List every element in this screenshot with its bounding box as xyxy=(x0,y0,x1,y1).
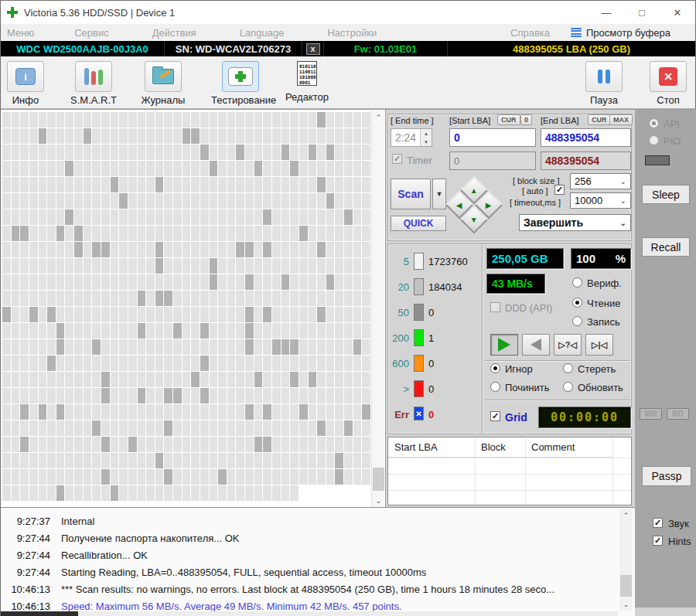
start-lba-label: [Start LBA] xyxy=(449,116,490,125)
scan-block xyxy=(74,388,83,403)
scan-block xyxy=(200,437,209,452)
scan-block xyxy=(200,404,209,420)
minimize-button[interactable]: — xyxy=(589,1,624,24)
stop-button[interactable]: ✕ Стоп xyxy=(643,61,693,106)
scan-block xyxy=(146,291,155,306)
menu-actions[interactable]: Действия xyxy=(142,27,207,39)
sleep-button[interactable]: Sleep xyxy=(642,185,690,204)
log-scroll-thumb[interactable] xyxy=(620,575,632,597)
scan-block xyxy=(2,242,11,257)
sound-checkbox[interactable] xyxy=(653,518,663,528)
grid-checkbox[interactable] xyxy=(490,411,500,421)
erase-radio[interactable] xyxy=(563,363,573,373)
scroll-down-icon[interactable]: ⌄ xyxy=(619,597,633,611)
scan-button[interactable]: Scan xyxy=(391,179,431,209)
scan-block xyxy=(263,420,271,436)
map-scroll-thumb[interactable] xyxy=(373,468,384,491)
read-radio[interactable] xyxy=(572,298,582,308)
quick-button[interactable]: QUICK xyxy=(391,216,446,231)
menu-settings[interactable]: Настройки xyxy=(316,27,387,39)
scan-block xyxy=(173,209,182,225)
scan-block xyxy=(290,453,299,468)
passp-button[interactable]: Passp xyxy=(642,466,691,486)
pio-radio[interactable] xyxy=(649,135,659,145)
maximize-button[interactable]: □ xyxy=(624,1,660,24)
back-button[interactable] xyxy=(522,334,550,356)
editor-button[interactable]: 010110 110011 101000 0001 Редактор xyxy=(282,58,332,103)
menu-service[interactable]: Сервис xyxy=(63,27,120,39)
scan-block xyxy=(362,372,370,387)
scan-block xyxy=(74,112,83,128)
menu-menu[interactable]: Меню xyxy=(1,27,45,39)
after-action-combo[interactable]: Завершить⌄ xyxy=(519,214,631,231)
ignore-radio[interactable] xyxy=(490,363,500,373)
start-cur-button[interactable]: CUR xyxy=(497,114,520,125)
scan-block xyxy=(353,226,362,241)
journals-button[interactable]: Журналы xyxy=(138,61,188,106)
auto-checkbox[interactable] xyxy=(554,185,565,195)
scan-block xyxy=(299,323,308,339)
seek-error-button[interactable]: ▷?◁ xyxy=(554,334,582,356)
timeout-combo[interactable]: 10000⌄ xyxy=(570,192,631,209)
scan-block xyxy=(218,453,227,468)
pause-button[interactable]: Пауза xyxy=(579,61,629,106)
scan-block xyxy=(119,469,128,485)
scan-block xyxy=(200,291,209,306)
scan-block xyxy=(227,485,236,501)
scan-block xyxy=(281,372,290,387)
write-radio[interactable] xyxy=(572,316,582,326)
scroll-up-icon[interactable]: ⌃ xyxy=(372,111,385,124)
scan-block xyxy=(173,323,182,339)
scan-block xyxy=(164,177,172,192)
log-hscrollbar[interactable] xyxy=(1,611,618,616)
testing-button[interactable]: Тестирование xyxy=(211,61,270,106)
end-max-button[interactable]: MAX xyxy=(609,114,633,125)
remap-radio[interactable] xyxy=(490,382,500,392)
buffer-view-button[interactable]: Просмотр буфера xyxy=(571,27,670,39)
scan-block xyxy=(200,469,209,485)
info-button[interactable]: i Инфо xyxy=(1,61,50,106)
scan-block xyxy=(47,339,56,355)
verify-radio[interactable] xyxy=(572,277,582,288)
app-plus-icon xyxy=(7,7,18,18)
go-end-button[interactable]: ▷|◁ xyxy=(585,334,613,356)
log-hscroll-thumb[interactable] xyxy=(1,611,78,616)
start-zero-button[interactable]: 0 xyxy=(520,114,532,125)
close-button[interactable]: ✕ xyxy=(660,1,695,24)
scan-block xyxy=(272,193,281,209)
menu-language[interactable]: Language xyxy=(229,27,295,39)
refresh-radio[interactable] xyxy=(563,382,573,392)
scan-block xyxy=(47,209,56,225)
block-size-combo[interactable]: 256⌄ xyxy=(570,173,631,189)
menu-help[interactable]: Справка xyxy=(500,27,561,39)
scan-block xyxy=(309,128,317,144)
end-time-spinner[interactable]: 2:24 ▲▼ xyxy=(391,128,432,147)
spin-down-icon[interactable]: ▼ xyxy=(421,138,432,146)
scan-block xyxy=(254,161,263,176)
scan-block xyxy=(92,404,101,420)
ddd-checkbox[interactable] xyxy=(490,302,500,312)
hints-checkbox[interactable] xyxy=(653,536,663,546)
scan-block xyxy=(92,388,101,403)
end-cur-button[interactable]: CUR xyxy=(588,114,611,125)
spin-up-icon[interactable]: ▲ xyxy=(421,129,432,138)
api-radio[interactable] xyxy=(649,118,659,128)
recall-button[interactable]: Recall xyxy=(642,237,690,257)
scan-block xyxy=(236,453,244,468)
timer-checkbox[interactable] xyxy=(392,154,402,164)
scan-block xyxy=(111,161,119,176)
log-scrollbar[interactable]: ⌃ ⌄ xyxy=(619,509,633,611)
wr-button[interactable]: WR xyxy=(640,408,662,420)
scan-block xyxy=(290,209,299,225)
smart-button[interactable]: S.M.A.R.T xyxy=(69,61,118,106)
play-button[interactable] xyxy=(490,334,518,356)
start-lba-input[interactable]: 0 xyxy=(449,128,536,147)
end-lba-input[interactable]: 488395054 xyxy=(541,128,631,147)
scan-block xyxy=(29,291,38,306)
scroll-up-icon[interactable]: ⌃ xyxy=(619,509,633,522)
map-scrollbar[interactable]: ⌃ ⌄ xyxy=(371,111,384,507)
scroll-down-icon[interactable]: ⌄ xyxy=(372,494,385,507)
device-close-button[interactable]: x xyxy=(306,43,320,55)
rd-button[interactable]: RD xyxy=(667,408,689,420)
scan-dropdown-button[interactable]: ▼ xyxy=(432,179,446,209)
